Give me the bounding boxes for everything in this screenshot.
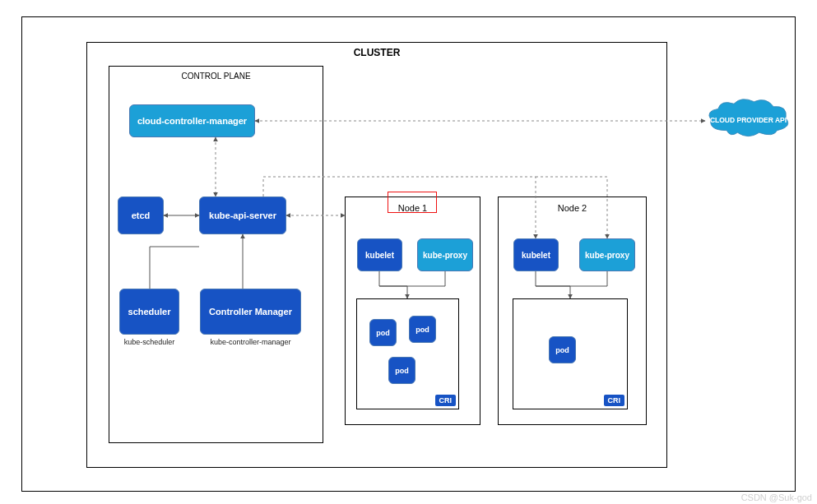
node-2-kube-proxy-box: kube-proxy bbox=[579, 238, 635, 271]
node-1-kubelet-box: kubelet bbox=[357, 238, 402, 271]
pod-box: pod bbox=[369, 319, 397, 346]
etcd-box: etcd bbox=[118, 197, 164, 234]
cloud-provider-api: CLOUD PROVIDER API bbox=[705, 97, 791, 142]
pod-box: pod bbox=[388, 357, 415, 384]
cri-label: CRI bbox=[604, 395, 625, 406]
cri-label: CRI bbox=[435, 395, 457, 406]
node-2-kubelet-box: kubelet bbox=[513, 238, 559, 271]
pod-box: pod bbox=[549, 336, 576, 363]
watermark: CSDN @Suk-god bbox=[741, 492, 812, 502]
scheduler-box: scheduler bbox=[119, 289, 179, 335]
pod-box: pod bbox=[409, 316, 436, 343]
kube-api-server-box: kube-api-server bbox=[199, 197, 286, 234]
cloud-controller-manager-box: cloud-controller-manager bbox=[129, 104, 255, 137]
node-2-title: Node 2 bbox=[558, 203, 587, 213]
control-plane-title: CONTROL PLANE bbox=[181, 72, 250, 81]
node-1-kube-proxy-box: kube-proxy bbox=[417, 238, 473, 271]
cloud-provider-label: CLOUD PROVIDER API bbox=[708, 116, 790, 124]
scheduler-caption: kube-scheduler bbox=[119, 338, 179, 346]
controller-manager-box: Controller Manager bbox=[200, 289, 301, 335]
node-1-cri-container: CRI bbox=[356, 298, 459, 409]
controller-manager-caption: kube-controller-manager bbox=[191, 338, 310, 346]
node-1-highlight bbox=[388, 192, 437, 213]
cluster-title: CLUSTER bbox=[354, 47, 401, 58]
